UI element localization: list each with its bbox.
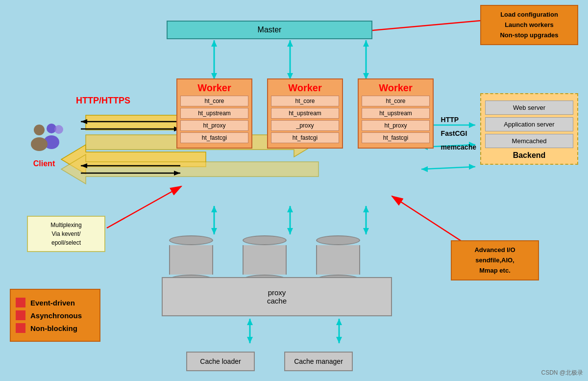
proxy-cache-label: proxy cache	[267, 288, 287, 305]
protocol-labels: HTTP FastCGI memcache	[441, 113, 476, 154]
legend-label-1: Event-driven	[30, 299, 75, 307]
svg-marker-25	[211, 206, 217, 212]
module-ht-fastcgi-1: ht_fastcgi	[180, 132, 248, 143]
http-https-label: HTTP/HTTPS	[76, 96, 130, 106]
master-label: Master	[258, 25, 282, 34]
svg-point-51	[34, 125, 45, 135]
workers-container: Worker ht_core ht_upstream ht_proxy ht_f…	[176, 78, 434, 149]
watermark: CSDN @北极录	[541, 369, 583, 377]
svg-marker-46	[469, 164, 475, 170]
cache-loader-label: Cache loader	[200, 357, 241, 365]
fastcgi-protocol-label: FastCGI	[441, 127, 476, 140]
module-ht-core-1: ht_core	[180, 96, 248, 106]
cache-manager-box: Cache manager	[284, 352, 353, 371]
cache-loader-box: Cache loader	[186, 352, 255, 371]
backend-web-server: Web server	[485, 101, 573, 115]
svg-marker-19	[81, 163, 87, 168]
module-ht-upstream-2: ht_upstream	[271, 108, 339, 119]
svg-marker-15	[81, 119, 87, 124]
legend-color-1	[16, 298, 25, 307]
svg-marker-2	[211, 40, 217, 47]
svg-marker-47	[421, 166, 428, 172]
top-right-line1: Load configuration	[500, 11, 558, 18]
client-label: Client	[24, 159, 64, 168]
cache-manager-label: Cache manager	[294, 357, 343, 365]
svg-point-53	[54, 125, 63, 134]
top-right-line2: Launch workers	[505, 21, 554, 28]
svg-marker-31	[363, 206, 369, 212]
module-ht-fastcgi-2: ht_fastcgi	[271, 132, 339, 143]
svg-marker-5	[287, 40, 293, 47]
advanced-io-line3: Mmap etc.	[479, 267, 511, 274]
legend-asynchronous: Asynchronous	[16, 310, 95, 320]
cache-boxes-container: Cache loader Cache manager	[186, 352, 353, 371]
top-right-info-box: Load configuration Launch workers Non-st…	[480, 5, 578, 45]
svg-marker-35	[247, 319, 253, 325]
module-ht-proxy-3: ht_proxy	[362, 120, 430, 131]
worker-title-2: Worker	[271, 82, 339, 94]
client-icon	[24, 123, 64, 157]
legend-color-3	[16, 323, 25, 333]
svg-marker-21	[174, 171, 180, 176]
advanced-io-line1: Advanced I/O	[474, 246, 515, 254]
svg-marker-27	[287, 228, 293, 234]
advanced-io-box: Advanced I/O sendfile,AIO, Mmap etc.	[451, 240, 539, 280]
advanced-io-line2: sendfile,AIO,	[475, 256, 514, 264]
module-ht-fastcgi-3: ht_fastcgi	[362, 132, 430, 143]
module-ht-proxy-1: ht_proxy	[180, 120, 248, 131]
module-ht-upstream-1: ht_upstream	[180, 108, 248, 119]
backend-app-server: Application server	[485, 117, 573, 131]
svg-marker-13	[61, 154, 318, 184]
top-right-line3: Non-stop upgrades	[500, 31, 558, 39]
multiplex-text: MultiplexingVia kevent/epoll/select	[50, 222, 81, 246]
svg-marker-24	[211, 228, 217, 234]
worker-box-3: Worker ht_core ht_upstream ht_proxy ht_f…	[358, 78, 434, 149]
worker-box-1: Worker ht_core ht_upstream ht_proxy ht_f…	[176, 78, 252, 149]
proxy-cache-box: proxy cache	[162, 277, 392, 316]
module-ht-core-3: ht_core	[362, 96, 430, 106]
legend-color-2	[16, 310, 25, 320]
backend-memcached: Memcached	[485, 134, 573, 148]
svg-marker-34	[247, 337, 253, 343]
svg-line-45	[421, 167, 475, 169]
svg-marker-37	[336, 337, 342, 343]
svg-point-52	[31, 137, 48, 151]
worker-title-1: Worker	[180, 82, 248, 94]
module-proxy-2: _proxy	[271, 120, 339, 131]
svg-marker-11	[61, 145, 206, 174]
master-box: Master	[167, 21, 372, 39]
worker-title-3: Worker	[362, 82, 430, 94]
legend-event-driven: Event-driven	[16, 298, 95, 307]
http-protocol-label: HTTP	[441, 113, 476, 127]
worker-box-2: Worker ht_core ht_upstream _proxy ht_fas…	[267, 78, 343, 149]
module-ht-upstream-3: ht_upstream	[362, 108, 430, 119]
backend-title: Backend	[485, 151, 573, 160]
legend-non-blocking: Non-blocking	[16, 323, 95, 333]
module-ht-core-2: ht_core	[271, 96, 339, 106]
client-area: Client	[24, 123, 64, 168]
legend-box: Event-driven Asynchronous Non-blocking	[10, 289, 100, 342]
legend-label-2: Asynchronous	[30, 311, 82, 320]
legend-label-3: Non-blocking	[30, 324, 77, 332]
memcache-protocol-label: memcache	[441, 140, 476, 154]
backend-container: Web server Application server Memcached …	[480, 93, 578, 165]
svg-marker-30	[363, 228, 369, 234]
svg-marker-28	[287, 206, 293, 212]
multiplex-box: MultiplexingVia kevent/epoll/select	[27, 216, 105, 252]
svg-line-22	[107, 186, 181, 228]
svg-marker-8	[363, 40, 369, 47]
svg-marker-38	[336, 319, 342, 325]
